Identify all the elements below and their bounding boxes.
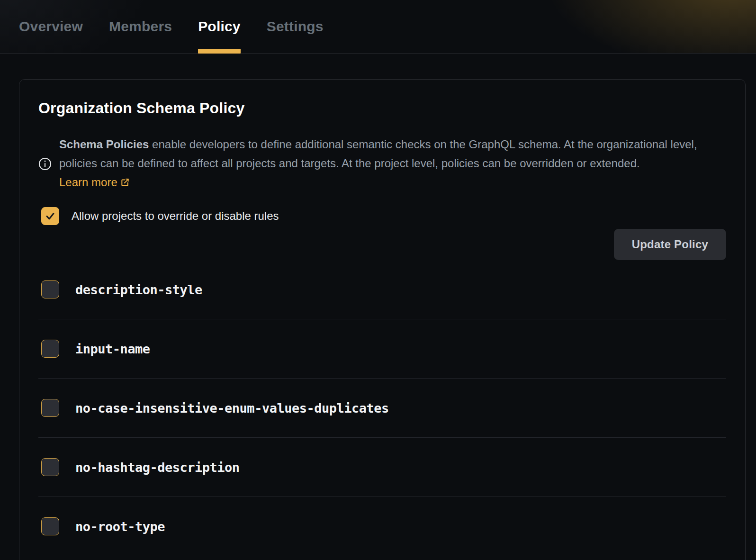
- tab-bar: Overview Members Policy Settings: [0, 0, 756, 54]
- rule-name: no-root-type: [75, 519, 165, 534]
- tab-policy-label: Policy: [198, 18, 241, 35]
- rule-row-no-root-type[interactable]: no-root-type: [38, 497, 726, 556]
- tab-settings-label: Settings: [267, 18, 324, 35]
- rule-name: description-style: [75, 282, 202, 297]
- tab-members-label: Members: [109, 18, 172, 35]
- policy-description-text: Schema Policies enable developers to def…: [59, 135, 709, 193]
- external-link-icon: [120, 174, 130, 193]
- active-tab-underline: [198, 49, 241, 54]
- rule-name: no-hashtag-description: [75, 460, 240, 475]
- description-bold-term: Schema Policies: [59, 138, 149, 151]
- rule-checkbox[interactable]: [41, 280, 59, 298]
- learn-more-label: Learn more: [59, 176, 117, 189]
- info-icon: [38, 157, 52, 171]
- allow-override-checkbox[interactable]: [41, 207, 59, 225]
- rule-row-description-style[interactable]: description-style: [38, 260, 726, 319]
- main-content: Organization Schema Policy Schema Polici…: [0, 54, 756, 560]
- rule-row-no-case-insensitive-enum-values-duplicates[interactable]: no-case-insensitive-enum-values-duplicat…: [38, 379, 726, 438]
- rule-checkbox[interactable]: [41, 517, 59, 535]
- allow-override-label: Allow projects to override or disable ru…: [72, 209, 279, 223]
- rule-checkbox[interactable]: [41, 458, 59, 476]
- rule-checkbox[interactable]: [41, 340, 59, 358]
- tab-overview-label: Overview: [19, 18, 83, 35]
- policy-description: Schema Policies enable developers to def…: [38, 135, 726, 193]
- rule-name: input-name: [75, 342, 150, 356]
- schema-policy-card: Organization Schema Policy Schema Polici…: [19, 79, 746, 560]
- tab-overview[interactable]: Overview: [19, 0, 83, 54]
- button-row: Update Policy: [38, 229, 726, 260]
- tab-settings[interactable]: Settings: [267, 0, 324, 54]
- update-policy-button[interactable]: Update Policy: [614, 229, 726, 260]
- rule-row-input-name[interactable]: input-name: [38, 319, 726, 379]
- rule-name: no-case-insensitive-enum-values-duplicat…: [75, 401, 389, 415]
- learn-more-link[interactable]: Learn more: [59, 176, 130, 189]
- rule-checkbox[interactable]: [41, 399, 59, 417]
- check-icon: [45, 210, 56, 222]
- description-body: enable developers to define additional s…: [59, 138, 697, 170]
- rule-row-no-hashtag-description[interactable]: no-hashtag-description: [38, 438, 726, 497]
- page-title: Organization Schema Policy: [38, 99, 726, 117]
- allow-override-row[interactable]: Allow projects to override or disable ru…: [38, 207, 726, 225]
- rules-list: description-style input-name no-case-ins…: [38, 260, 726, 556]
- tab-members[interactable]: Members: [109, 0, 172, 54]
- tab-policy[interactable]: Policy: [198, 0, 241, 54]
